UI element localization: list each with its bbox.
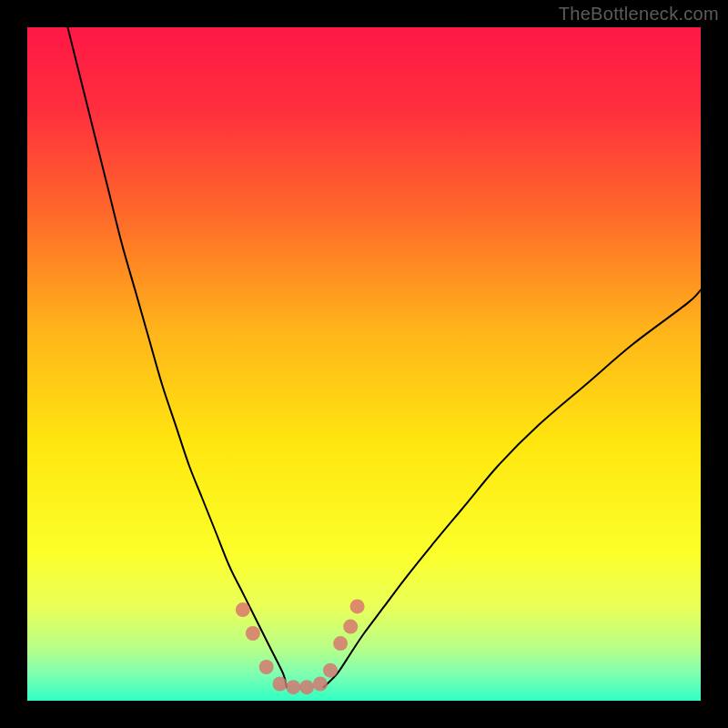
marker-dot bbox=[350, 599, 365, 613]
marker-dot bbox=[333, 636, 348, 651]
marker-dot bbox=[313, 677, 328, 692]
curve-path bbox=[324, 290, 701, 688]
marker-dot bbox=[273, 677, 288, 692]
watermark-text: TheBottleneck.com bbox=[559, 4, 719, 25]
marker-dot bbox=[343, 620, 358, 634]
marker-dot bbox=[286, 680, 300, 694]
curve-path bbox=[67, 27, 287, 687]
plot-area bbox=[27, 27, 701, 701]
marker-dot bbox=[299, 680, 314, 694]
marker-dot bbox=[259, 660, 274, 674]
chart-canvas: TheBottleneck.com bbox=[0, 0, 728, 728]
curve-layer bbox=[27, 27, 701, 701]
marker-dot bbox=[323, 663, 338, 678]
marker-dot bbox=[246, 626, 260, 641]
marker-dot bbox=[236, 602, 250, 617]
